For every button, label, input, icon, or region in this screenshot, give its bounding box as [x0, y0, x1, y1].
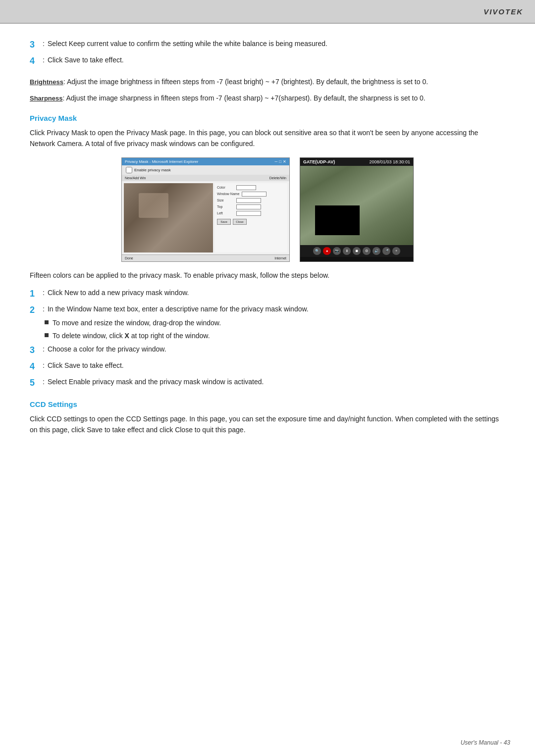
- browser-footer-left: Done: [125, 256, 133, 260]
- panel-size-row: Size: [217, 198, 285, 203]
- pm-step-5-colon: :: [43, 377, 45, 387]
- bold-x: X: [125, 332, 129, 340]
- pm-step-4-number: 4: [30, 360, 41, 373]
- page-footer: User's Manual - 43: [461, 739, 510, 746]
- pm-step-1-text: Click New to add a new privacy mask wind…: [48, 288, 505, 298]
- pm-step-1-number: 1: [30, 288, 41, 300]
- pm-step-2-text: In the Window Name text box, enter a des…: [48, 304, 505, 314]
- step-4-text: Click Save to take effect.: [48, 55, 505, 65]
- main-content: 3 : Select Keep current value to confirm…: [0, 24, 535, 472]
- pm-step-5: 5 : Select Enable privacy mask and the p…: [30, 377, 505, 389]
- sharpness-text: : Adjust the image sharpness in fifteen …: [62, 94, 425, 102]
- cam-ctrl-stop-icon[interactable]: ⏹: [353, 247, 361, 255]
- size-input[interactable]: [236, 198, 261, 203]
- cam-ctrl-audio-icon[interactable]: 🔊: [373, 247, 380, 255]
- camera-image: [300, 166, 413, 245]
- close-icon[interactable]: ✕: [283, 159, 286, 164]
- sharpness-label: Sharpness: [30, 95, 62, 102]
- camera-black-box: [315, 205, 360, 235]
- window-name-input[interactable]: [242, 192, 267, 197]
- maximize-icon[interactable]: □: [279, 159, 281, 164]
- pm-step-3-text: Choose a color for the privacy window.: [48, 344, 505, 354]
- panel-window-name-row: Window Name: [217, 192, 285, 197]
- color-label: Color: [217, 186, 234, 189]
- cam-ctrl-pause-icon[interactable]: ⏸: [343, 247, 351, 255]
- cam-ctrl-snapshot-icon[interactable]: 📷: [333, 247, 341, 255]
- camera-label: GATE(UDP-AV): [303, 159, 335, 164]
- browser-mockup: Privacy Mask - Microsoft Internet Explor…: [121, 157, 290, 262]
- browser-title: Privacy Mask - Microsoft Internet Explor…: [125, 159, 198, 164]
- sub-bullet-1-text: To move and resize the window, drag-drop…: [53, 318, 221, 328]
- size-label: Size: [217, 199, 234, 202]
- pm-step-5-text: Select Enable privacy mask and the priva…: [48, 377, 505, 387]
- pm-step-3: 3 : Choose a color for the privacy windo…: [30, 344, 505, 356]
- pm-step-4-colon: :: [43, 360, 45, 371]
- toolbar-delete-label: Delete/Win: [269, 176, 286, 180]
- pm-step-1: 1 : Click New to add a new privacy mask …: [30, 288, 505, 300]
- privacy-mask-heading: Privacy Mask: [30, 114, 505, 122]
- camera-controls-bar: 🔍 ● 📷 ⏸ ⏹ ⚙ 🔊 🎤 +: [300, 245, 413, 257]
- bullet-square-1: [45, 320, 49, 324]
- sub-bullet-2-text: To delete window, click X at top right o…: [53, 331, 210, 341]
- top-label: Top: [217, 205, 234, 208]
- brightness-para: Brightness: Adjust the image brightness …: [30, 76, 505, 88]
- panel-buttons-row: Save Close: [217, 219, 285, 225]
- pm-step-3-number: 3: [30, 344, 41, 356]
- header-bar: VIVOTEK: [0, 0, 535, 24]
- brightness-label: Brightness: [30, 78, 63, 86]
- toolbar-new-label: New/Add Win: [125, 176, 146, 180]
- pm-step-2-colon: :: [43, 304, 45, 314]
- camera-feed: GATE(UDP-AV) 2008/01/03 18:30:01 🔍 ● 📷 ⏸…: [300, 157, 414, 262]
- browser-titlebar: Privacy Mask - Microsoft Internet Explor…: [122, 158, 289, 165]
- browser-right-panel: Color Window Name Size Top: [215, 183, 287, 252]
- pm-step-2-sub-bullets: To move and resize the window, drag-drop…: [45, 318, 505, 341]
- bullet-square-2: [45, 333, 49, 337]
- cam-ctrl-plus-icon[interactable]: +: [392, 247, 400, 255]
- cam-ctrl-settings-icon[interactable]: ⚙: [363, 247, 371, 255]
- sub-bullet-2: To delete window, click X at top right o…: [45, 331, 505, 341]
- browser-body: Color Window Name Size Top: [122, 181, 289, 254]
- cam-ctrl-search-icon[interactable]: 🔍: [313, 247, 321, 255]
- pm-step-2: 2 : In the Window Name text box, enter a…: [30, 304, 505, 316]
- browser-controls: ─ □ ✕: [274, 159, 286, 164]
- minimize-icon[interactable]: ─: [274, 159, 277, 164]
- footer-text: User's Manual - 43: [461, 739, 510, 746]
- pm-step-4-text: Click Save to take effect.: [48, 360, 505, 371]
- ccd-settings-text: Click CCD settings to open the CCD Setti…: [30, 413, 505, 436]
- sub-bullet-1: To move and resize the window, drag-drop…: [45, 318, 505, 328]
- top-input[interactable]: [236, 204, 261, 209]
- ccd-settings-heading: CCD Settings: [30, 400, 505, 408]
- enable-privacy-mask-label: Enable privacy mask: [134, 168, 171, 172]
- camera-header: GATE(UDP-AV) 2008/01/03 18:30:01: [300, 158, 413, 166]
- browser-image-area: [124, 183, 213, 252]
- browser-checkbox-row: Enable privacy mask: [122, 165, 289, 175]
- browser-toolbar: New/Add Win Delete/Win: [122, 175, 289, 181]
- step-4-colon: :: [43, 55, 45, 65]
- color-select[interactable]: [236, 185, 256, 190]
- sharpness-para: Sharpness: Adjust the image sharpness in…: [30, 93, 505, 104]
- cam-ctrl-mic-icon[interactable]: 🎤: [382, 247, 390, 255]
- panel-left-row: Left: [217, 211, 285, 216]
- save-button[interactable]: Save: [217, 219, 231, 225]
- left-input[interactable]: [236, 211, 261, 216]
- left-label: Left: [217, 211, 234, 215]
- enable-privacy-mask-checkbox[interactable]: [126, 167, 132, 173]
- panel-color-row: Color: [217, 185, 285, 190]
- window-name-label: Window Name: [217, 192, 240, 196]
- brightness-text: : Adjust the image brightness in fifteen…: [63, 78, 428, 86]
- pm-step-2-number: 2: [30, 304, 41, 316]
- browser-footer-right: Internet: [274, 256, 286, 260]
- browser-footer: Done Internet: [122, 254, 289, 261]
- pm-step-5-number: 5: [30, 377, 41, 389]
- step-3-colon: :: [43, 39, 45, 49]
- colors-note: Fifteen colors can be applied to the pri…: [30, 270, 505, 281]
- cam-ctrl-record-icon[interactable]: ●: [323, 247, 331, 255]
- panel-top-row: Top: [217, 204, 285, 209]
- pm-step-3-colon: :: [43, 344, 45, 354]
- close-button[interactable]: Close: [233, 219, 247, 225]
- pm-step-1-colon: :: [43, 288, 45, 298]
- camera-time: 2008/01/03 18:30:01: [369, 159, 410, 164]
- step-4-item: 4 : Click Save to take effect.: [30, 55, 505, 67]
- step-3-text: Select Keep current value to confirm the…: [48, 39, 505, 49]
- step-3-number: 3: [30, 39, 41, 51]
